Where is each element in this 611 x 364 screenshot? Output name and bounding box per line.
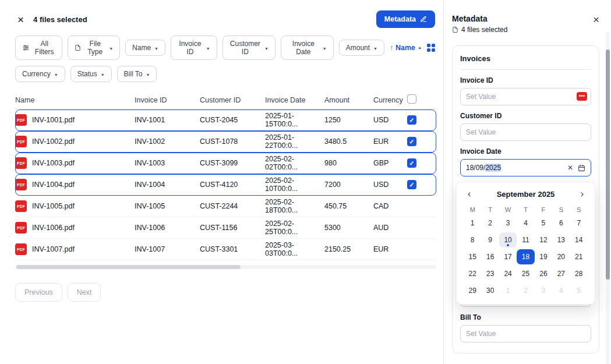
filter-amount[interactable]: Amount▼ — [339, 40, 384, 56]
table-row[interactable]: PDF INV-1005.pdf INV-1005 CUST-2244 2025… — [15, 196, 436, 217]
calendar-day[interactable]: 7 — [570, 215, 588, 231]
cell-invoice-id: INV-1005 — [135, 202, 200, 210]
select-all-checkbox[interactable] — [407, 94, 416, 104]
filter-file-type[interactable]: File Type ▼ — [68, 36, 120, 60]
bill-to-label: Bill To — [460, 313, 591, 321]
calendar-day[interactable]: 20 — [552, 249, 570, 264]
cell-invoice-date: 2025-02-10T00:0... — [265, 176, 324, 193]
table-row[interactable]: PDF INV-1004.pdf INV-1004 CUST-4120 2025… — [15, 174, 436, 196]
calendar-day[interactable]: 4 — [517, 215, 534, 231]
clear-selection-button[interactable]: × — [15, 13, 26, 26]
cell-amount: 1250 — [324, 116, 373, 124]
calendar-day[interactable]: 28 — [570, 266, 588, 281]
file-name-cell: PDF INV-1005.pdf — [15, 200, 135, 212]
calendar-day[interactable]: 21 — [570, 249, 588, 264]
cell-amount: 3480.5 — [324, 137, 373, 146]
calendar-day[interactable]: 25 — [517, 266, 534, 281]
calendar-day[interactable]: 1 — [499, 283, 517, 298]
column-header-invoice-date: Invoice Date — [265, 96, 324, 104]
filter-currency[interactable]: Currency▼ — [15, 66, 65, 82]
vertical-scrollbar-thumb[interactable] — [606, 50, 610, 280]
metadata-button[interactable]: Metadata — [376, 10, 435, 28]
calendar-day[interactable]: 6 — [552, 215, 570, 231]
clear-date-icon[interactable]: ✕ — [567, 164, 573, 171]
invoice-date-input[interactable]: 18/09/2025 ✕ — [460, 159, 591, 176]
cell-amount: 2150.25 — [324, 245, 373, 253]
row-checkbox[interactable] — [407, 115, 416, 125]
bill-to-input[interactable] — [460, 325, 591, 342]
row-checkbox[interactable] — [407, 137, 416, 146]
customer-id-input[interactable] — [460, 123, 591, 141]
calendar-day[interactable]: 22 — [464, 266, 481, 281]
horizontal-scrollbar-thumb[interactable] — [16, 265, 241, 269]
calendar-icon[interactable] — [578, 164, 585, 172]
calendar-day[interactable]: 30 — [481, 283, 499, 298]
cell-customer-id: CUST-4120 — [200, 181, 265, 189]
calendar-day[interactable]: 13 — [552, 232, 570, 248]
filter-name[interactable]: Name▼ — [125, 40, 165, 56]
calendar-day[interactable]: 16 — [481, 249, 499, 264]
filter-invoice-date[interactable]: Invoice Date▼ — [281, 36, 334, 60]
column-header-invoice-id: Invoice ID — [135, 96, 200, 104]
calendar-day[interactable]: 17 — [499, 249, 517, 264]
calendar-day[interactable]: 3 — [499, 215, 517, 231]
cell-currency: CAD — [373, 202, 407, 210]
calendar-day[interactable]: 5 — [535, 215, 552, 231]
previous-month-button[interactable]: ‹ — [466, 189, 472, 199]
red-ellipsis-badge-icon[interactable]: ••• — [577, 92, 587, 101]
calendar-day[interactable]: 11 — [517, 232, 534, 248]
next-page-button[interactable]: Next — [68, 283, 101, 302]
calendar-day[interactable]: 18 — [517, 249, 534, 264]
calendar-grid: 1234567891011121314151617181920212223242… — [464, 215, 588, 298]
weekday-label: S — [552, 204, 570, 215]
calendar-day[interactable]: 12 — [535, 232, 552, 248]
previous-page-button[interactable]: Previous — [15, 283, 62, 302]
calendar-day[interactable]: 26 — [535, 266, 552, 281]
row-checkbox[interactable] — [407, 180, 416, 189]
table-row[interactable]: PDF INV-1003.pdf INV-1003 CUST-3099 2025… — [15, 153, 436, 174]
pdf-icon: PDF — [15, 136, 27, 147]
close-panel-button[interactable]: × — [593, 14, 599, 25]
calendar-day[interactable]: 24 — [499, 266, 517, 281]
date-picker-popup: ‹ September 2025 › MTWTFSS 1234567891011… — [456, 182, 595, 305]
file-name-cell: PDF INV-1006.pdf — [15, 222, 135, 234]
calendar-day[interactable]: 15 — [464, 249, 481, 264]
sort-by-name-button[interactable]: ↑ Name ▲ — [390, 44, 422, 52]
calendar-day[interactable]: 27 — [552, 266, 570, 281]
calendar-day[interactable]: 1 — [464, 215, 481, 231]
table-row[interactable]: PDF INV-1006.pdf INV-1006 CUST-1156 2025… — [15, 217, 436, 239]
calendar-day[interactable]: 10 — [499, 232, 517, 248]
pdf-icon: PDF — [15, 222, 27, 234]
calendar-day[interactable]: 29 — [464, 283, 481, 298]
file-name: INV-1001.pdf — [32, 116, 75, 124]
grid-view-icon[interactable] — [427, 44, 435, 52]
calendar-day[interactable]: 4 — [552, 283, 570, 298]
calendar-day[interactable]: 2 — [517, 283, 534, 298]
filter-status[interactable]: Status▼ — [70, 66, 112, 82]
next-month-button[interactable]: › — [579, 189, 585, 199]
calendar-day[interactable]: 14 — [570, 232, 588, 248]
filter-bill-to[interactable]: Bill To▼ — [117, 66, 157, 82]
cell-invoice-date: 2025-03-03T00:0... — [265, 241, 324, 257]
calendar-day[interactable]: 8 — [464, 232, 481, 248]
table-row[interactable]: PDF INV-1002.pdf INV-1002 CUST-1078 2025… — [15, 131, 436, 153]
invoice-id-input[interactable] — [460, 88, 591, 105]
file-name: INV-1004.pdf — [32, 181, 75, 189]
filter-invoice-id[interactable]: Invoice ID▼ — [171, 36, 217, 60]
calendar-day[interactable]: 5 — [570, 283, 588, 298]
table-header: Name Invoice ID Customer ID Invoice Date… — [15, 91, 436, 109]
file-name: INV-1002.pdf — [32, 137, 75, 146]
calendar-day[interactable]: 23 — [481, 266, 499, 281]
calendar-day[interactable]: 9 — [481, 232, 499, 248]
table-row[interactable]: PDF INV-1007.pdf INV-1007 CUST-3301 2025… — [15, 239, 436, 260]
calendar-day[interactable]: 2 — [481, 215, 499, 231]
table-row[interactable]: PDF INV-1001.pdf INV-1001 CUST-2045 2025… — [15, 109, 436, 131]
calendar-day[interactable]: 19 — [535, 249, 552, 264]
all-filters-button[interactable]: All Filters — [15, 36, 62, 60]
cell-amount: 7200 — [324, 181, 373, 189]
weekday-label: M — [464, 204, 481, 215]
row-checkbox[interactable] — [407, 158, 416, 168]
calendar-day[interactable]: 3 — [535, 283, 552, 298]
filter-customer-id[interactable]: Customer ID▼ — [222, 36, 276, 60]
app-root: × 4 files selected Metadata All Filters — [0, 0, 611, 364]
